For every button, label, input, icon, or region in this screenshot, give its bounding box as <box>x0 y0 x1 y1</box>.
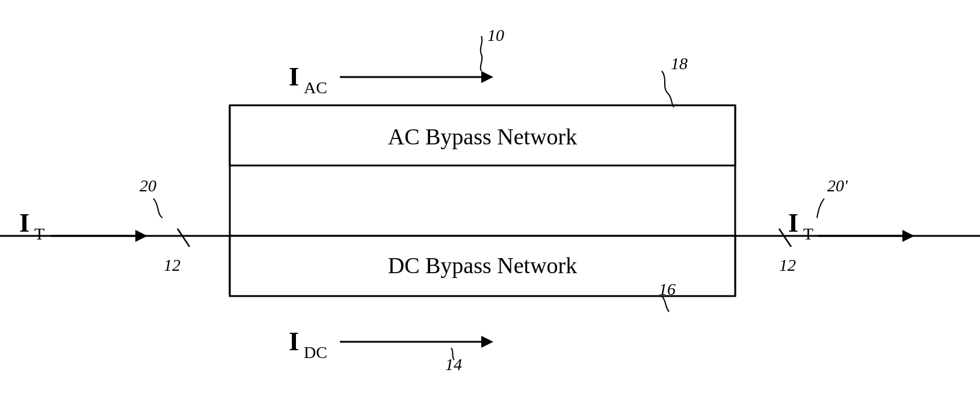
idc-sub-label: DC <box>304 343 327 362</box>
iac-label: I <box>289 62 299 91</box>
ac-bypass-label: AC Bypass Network <box>388 124 578 149</box>
svg-marker-8 <box>481 71 493 83</box>
ref-16: 16 <box>659 280 676 298</box>
it-right-sub-label: T <box>803 224 813 243</box>
ref-20: 20 <box>140 176 156 195</box>
it-left-label: I <box>19 208 29 238</box>
ref-14: 14 <box>445 355 462 374</box>
ref-10: 10 <box>487 26 504 45</box>
svg-marker-14 <box>902 230 914 242</box>
idc-label: I <box>289 327 299 356</box>
svg-line-15 <box>177 229 190 247</box>
it-right-label: I <box>788 208 798 238</box>
ref-12-left: 12 <box>164 256 180 274</box>
it-left-sub-label: T <box>34 224 45 243</box>
ref-18: 18 <box>671 54 688 73</box>
dc-bypass-label: DC Bypass Network <box>388 253 578 278</box>
svg-marker-10 <box>481 336 493 348</box>
diagram-svg: AC Bypass Network DC Bypass Network I AC… <box>0 0 980 414</box>
ref-12-right: 12 <box>779 256 796 274</box>
iac-sub-label: AC <box>304 78 327 97</box>
circuit-diagram: AC Bypass Network DC Bypass Network I AC… <box>0 0 980 414</box>
svg-marker-12 <box>135 230 147 242</box>
ref-20prime: 20' <box>827 176 848 195</box>
